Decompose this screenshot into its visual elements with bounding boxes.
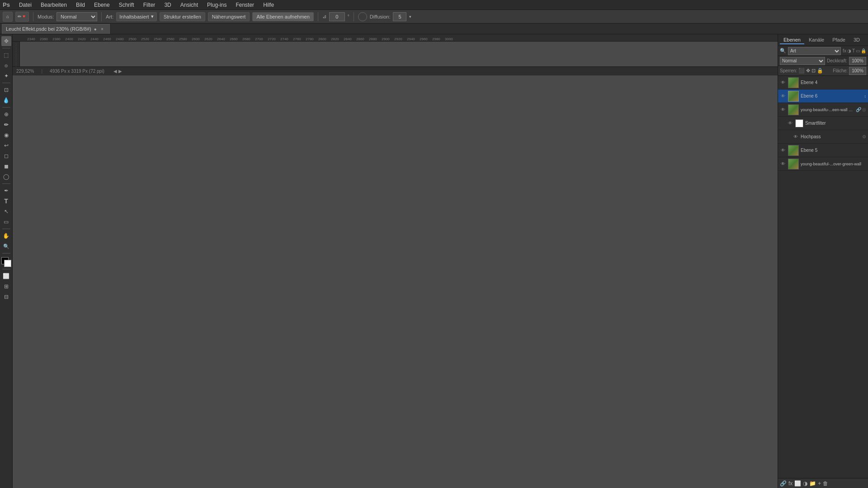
tab-close-button[interactable]: ×	[99, 26, 105, 32]
tool-mode-fullscreen[interactable]: ⊟	[1, 292, 11, 302]
tool-gradient[interactable]: ◼	[1, 161, 11, 171]
menu-bearbeiten[interactable]: Bearbeiten	[39, 1, 69, 9]
alle-ebenen-button[interactable]: Alle Ebenen aufnehmen	[252, 12, 313, 21]
filter-fx-icon[interactable]: fx	[843, 48, 846, 53]
ruler-mark-2860: 2860	[356, 37, 369, 41]
menu-plugins[interactable]: Plug-ins	[205, 1, 228, 9]
menu-ansicht[interactable]: Ansicht	[179, 1, 200, 9]
tool-dodge[interactable]: ◯	[1, 172, 11, 182]
fill-input[interactable]	[849, 67, 866, 75]
layer-visibility-ebene4[interactable]: 👁	[780, 80, 786, 86]
home-button[interactable]: ⌂	[3, 12, 13, 22]
diffusion-input[interactable]	[393, 12, 406, 21]
lock-all-icon[interactable]: 🔒	[817, 68, 823, 74]
layer-hochpass[interactable]: 👁 Hochpass ⚙	[778, 130, 868, 144]
navigation-arrows[interactable]: ◀ ▶	[113, 69, 122, 74]
lock-position-icon[interactable]: ✥	[806, 68, 810, 74]
layer-name-young-copy: young-beautifu-...een-wall Kopie	[801, 108, 854, 112]
filter-adj-icon[interactable]: ◑	[847, 48, 851, 53]
add-mask-btn[interactable]: ⬜	[794, 480, 801, 487]
menu-3d[interactable]: 3D	[162, 1, 173, 9]
tool-magic-wand[interactable]: ✦	[1, 71, 11, 81]
tool-pen[interactable]: ✒	[1, 186, 11, 196]
layer-name-hochpass: Hochpass	[801, 134, 860, 139]
layer-visibility-ebene6[interactable]: 👁	[780, 93, 786, 99]
menu-datei[interactable]: Datei	[17, 1, 33, 9]
lock-pixels-icon[interactable]: ⬛	[798, 68, 805, 74]
canvas-wrapper: 2340 2360 2380 2400 2420 2440 2460 2480 …	[13, 34, 778, 488]
tool-eraser[interactable]: ◻	[1, 151, 11, 161]
tool-move[interactable]: ✥	[1, 36, 11, 46]
layer-young-orig[interactable]: 👁 young-beautiful-...over-green-wall	[778, 157, 868, 171]
tool-separator-7	[2, 269, 10, 269]
tab-pfade[interactable]: Pfade	[829, 36, 849, 44]
delete-layer-btn[interactable]: 🗑	[823, 480, 828, 487]
angle-input[interactable]	[329, 12, 345, 21]
menu-hilfe[interactable]: Hilfe	[261, 1, 276, 9]
tool-lasso[interactable]: ⌾	[1, 61, 11, 70]
layers-filter-select[interactable]: Art	[788, 47, 841, 55]
angle-unit: °	[348, 14, 349, 19]
tool-mode-standard[interactable]: ⬜	[1, 271, 11, 281]
tab-kanale[interactable]: Kanäle	[805, 36, 828, 44]
ruler-mark-2840: 2840	[344, 37, 356, 41]
tool-clone[interactable]: ◉	[1, 130, 11, 140]
layer-smartfilter[interactable]: 👁 Smartfilter	[778, 117, 868, 130]
tool-mode-quick[interactable]: ⊞	[1, 282, 11, 291]
tool-separator-1	[2, 48, 10, 48]
menu-ebene[interactable]: Ebene	[92, 1, 112, 9]
brush-preview-icon[interactable]	[358, 12, 367, 21]
ruler-mark-2820: 2820	[331, 37, 344, 41]
tool-selection[interactable]: ⬚	[1, 50, 11, 60]
filter-shape-icon[interactable]: ▭	[856, 48, 860, 53]
layer-visibility-ebene5[interactable]: 👁	[780, 147, 786, 154]
menu-bild[interactable]: Bild	[74, 1, 87, 9]
add-layer-btn[interactable]: +	[818, 480, 821, 487]
layer-visibility-hochpass[interactable]: 👁	[793, 134, 799, 140]
filter-lock-icon[interactable]: 🔒	[861, 48, 866, 53]
tool-path-select[interactable]: ↖	[1, 206, 11, 216]
tab-3d[interactable]: 3D	[850, 36, 863, 44]
layer-young-copy[interactable]: 👁 young-beautifu-...een-wall Kopie 🔗 ◎	[778, 103, 868, 117]
tool-hand[interactable]: ✋	[1, 231, 11, 241]
layer-hochpass-options[interactable]: ⚙	[862, 134, 866, 139]
blend-mode-select[interactable]: Normal	[780, 57, 825, 65]
tool-zoom[interactable]: 🔍	[1, 241, 11, 251]
layer-visibility-young-copy[interactable]: 👁	[780, 107, 786, 113]
layer-visibility-young-orig[interactable]: 👁	[780, 161, 786, 167]
ruler-vertical: · · · · · · · · · · · ·	[13, 42, 20, 66]
tool-history[interactable]: ↩	[1, 141, 11, 150]
ruler-mark-2480: 2480	[116, 37, 128, 41]
menu-schrift[interactable]: Schrift	[117, 1, 136, 9]
tool-crop[interactable]: ⊡	[1, 85, 11, 95]
layer-ebene6[interactable]: 👁 Ebene 6 ↕	[778, 89, 868, 103]
tool-shape[interactable]: ▭	[1, 217, 11, 227]
struktur-button[interactable]: Struktur erstellen	[160, 12, 205, 21]
tool-spot-heal[interactable]: ⊕	[1, 109, 11, 119]
add-style-btn[interactable]: fx	[788, 480, 793, 487]
toolbar-separator-1	[33, 12, 33, 21]
filter-type-icon[interactable]: T	[852, 48, 855, 53]
brush-tool-btn[interactable]: ✏🔻	[15, 12, 29, 22]
lock-artboard-icon[interactable]: ⊡	[811, 68, 816, 74]
tool-brush[interactable]: ✏	[1, 120, 11, 130]
layer-ebene4[interactable]: 👁 Ebene 4	[778, 76, 868, 89]
tab-ebenen[interactable]: Ebenen	[780, 36, 804, 44]
tool-type[interactable]: T	[1, 196, 11, 206]
layer-visibility-smartfilter[interactable]: 👁	[787, 120, 793, 127]
layer-ebene5[interactable]: 👁 Ebene 5	[778, 144, 868, 157]
menu-filter[interactable]: Filter	[142, 1, 157, 9]
add-adjustment-btn[interactable]: ◑	[803, 480, 807, 487]
foreground-color[interactable]	[1, 257, 11, 267]
link-layers-btn[interactable]: 🔗	[780, 480, 787, 487]
art-label: Art:	[106, 14, 113, 19]
menu-fenster[interactable]: Fenster	[234, 1, 256, 9]
naherung-button[interactable]: Näherungswert	[208, 12, 250, 21]
art-button[interactable]: Inhaltsbasiert ▾	[116, 12, 156, 21]
mode-select[interactable]: Normal	[57, 12, 97, 21]
opacity-input[interactable]	[849, 57, 866, 65]
document-tab[interactable]: Leucht Effekt.psdc bei 230% (RGB/8#) ● ×	[2, 24, 110, 34]
tool-eyedropper[interactable]: 💧	[1, 95, 11, 105]
menu-bar: Ps Datei Bearbeiten Bild Ebene Schrift F…	[0, 0, 868, 10]
add-group-btn[interactable]: 📁	[809, 480, 816, 487]
